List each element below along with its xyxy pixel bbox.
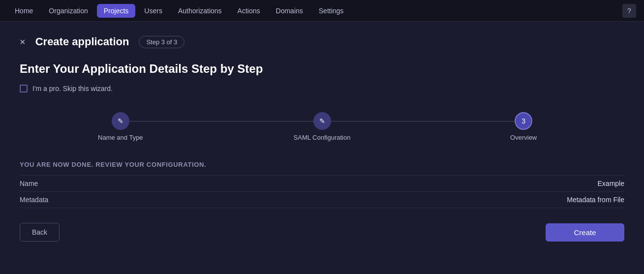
pro-checkbox[interactable] [20, 85, 28, 92]
step-label-name-type: Name and Type [98, 134, 143, 141]
review-section: YOU ARE NOW DONE. REVIEW YOUR CONFIGURAT… [20, 161, 624, 208]
section-title: Enter Your Application Details Step by S… [20, 62, 624, 76]
step-item-saml-config: ✎SAML Configuration [221, 112, 423, 141]
review-value: Example [598, 180, 624, 187]
review-key: Name [20, 180, 38, 187]
nav-item-organization[interactable]: Organization [42, 4, 94, 18]
pro-row: I'm a pro. Skip this wizard. [20, 85, 624, 92]
footer-buttons: Back Create [20, 223, 624, 242]
create-button[interactable]: Create [546, 223, 624, 242]
main-content: × Create application Step 3 of 3 Enter Y… [0, 22, 644, 255]
nav-item-settings[interactable]: Settings [312, 4, 351, 18]
stepper: ✎Name and Type✎SAML Configuration3Overvi… [20, 112, 624, 141]
step-circle-saml-config: ✎ [313, 112, 331, 130]
nav-item-projects[interactable]: Projects [97, 4, 136, 18]
review-value: Metadata from File [567, 196, 624, 204]
page-header: × Create application Step 3 of 3 [20, 35, 624, 48]
nav-item-users[interactable]: Users [137, 4, 169, 18]
step-label-saml-config: SAML Configuration [294, 134, 351, 141]
nav-item-home[interactable]: Home [8, 4, 40, 18]
step-item-overview: 3Overview [423, 112, 624, 141]
step-label-overview: Overview [510, 134, 537, 141]
help-button[interactable]: ? [622, 4, 636, 18]
top-nav: HomeOrganizationProjectsUsersAuthorizati… [0, 0, 644, 22]
step-badge: Step 3 of 3 [139, 36, 184, 48]
step-item-name-type: ✎Name and Type [20, 112, 221, 141]
pro-label: I'm a pro. Skip this wizard. [32, 85, 113, 92]
close-button[interactable]: × [20, 37, 26, 47]
review-row: MetadataMetadata from File [20, 192, 624, 208]
step-circle-name-type: ✎ [112, 112, 129, 130]
review-heading: YOU ARE NOW DONE. REVIEW YOUR CONFIGURAT… [20, 161, 624, 168]
nav-item-authorizations[interactable]: Authorizations [171, 4, 229, 18]
step-circle-overview: 3 [515, 112, 532, 130]
review-row: NameExample [20, 175, 624, 192]
nav-item-domains[interactable]: Domains [269, 4, 310, 18]
nav-item-actions[interactable]: Actions [231, 4, 267, 18]
page-title: Create application [35, 35, 129, 48]
back-button[interactable]: Back [20, 223, 60, 242]
review-key: Metadata [20, 196, 48, 204]
